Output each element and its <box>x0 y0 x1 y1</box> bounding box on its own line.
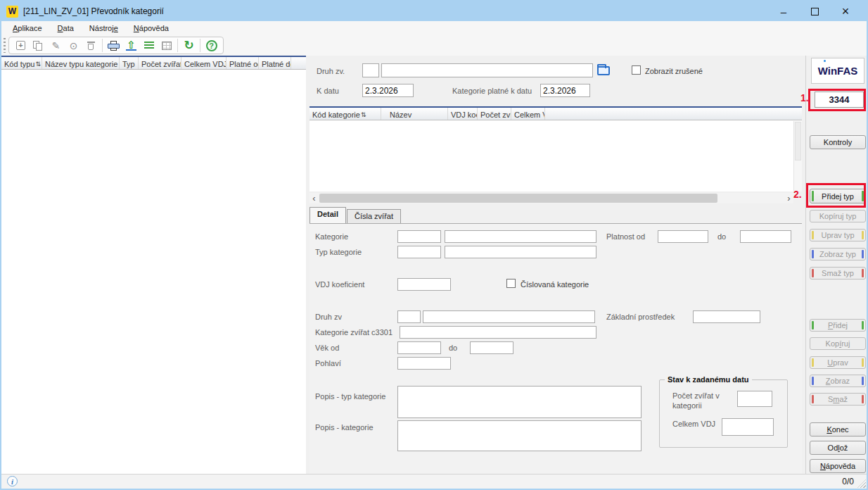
druh-zv-detail-name-input[interactable] <box>423 310 595 323</box>
column-header-nazev-typu[interactable]: Název typu kategorie <box>42 57 120 69</box>
kopiruj-button[interactable]: Kopíruj <box>810 337 866 350</box>
horizontal-scrollbar[interactable]: ‹ › <box>309 193 793 203</box>
maximize-button[interactable] <box>799 1 830 21</box>
question-mark-icon: ? <box>206 40 217 51</box>
column-header-kod-typu[interactable]: Kód typu⇅ <box>1 57 42 69</box>
scrollbar-thumb[interactable] <box>795 122 801 161</box>
napoveda-button[interactable]: Nápověda <box>810 459 866 473</box>
smaz-typ-button[interactable]: Smaž typ <box>810 267 866 279</box>
toolbar-group: + ✎ ⊙ ⇧ ↻ ? <box>8 37 224 54</box>
zakladni-prostredek-input[interactable] <box>693 310 760 323</box>
table-view-icon[interactable] <box>158 38 175 53</box>
tab-detail[interactable]: Detail <box>309 207 346 223</box>
druh-zv-label: Druh zv. <box>317 67 345 75</box>
menu-data[interactable]: Data <box>50 22 82 34</box>
k-datu-input[interactable] <box>362 84 414 97</box>
cislovana-kategorie-checkbox[interactable] <box>506 279 516 288</box>
scroll-left-arrow[interactable]: ‹ <box>309 194 319 203</box>
pohlavi-input[interactable] <box>397 357 451 370</box>
category-table-body[interactable] <box>309 120 802 191</box>
druh-zv-code-input[interactable] <box>362 63 379 77</box>
vdj-koeficient-input[interactable] <box>397 278 451 291</box>
type-table-body[interactable] <box>1 70 306 474</box>
scrollbar-thumb[interactable] <box>319 194 717 203</box>
column-header-typ[interactable]: Typ <box>120 57 139 69</box>
column-header-pocet-zvirat[interactable]: Počet zvířat <box>139 57 181 69</box>
pocet-zvirat-value-input[interactable] <box>737 391 772 407</box>
folder-open-icon[interactable] <box>597 66 610 75</box>
zobraz-typ-button[interactable]: Zobraz typ <box>810 248 866 260</box>
toolbar: + ✎ ⊙ ⇧ ↻ ? <box>1 35 867 56</box>
menu-napoveda[interactable]: Nápověda <box>126 22 177 34</box>
menu-bar: Aplikace Data Nástroje Nápověda <box>1 21 867 35</box>
category-table-vertical-scrollbar[interactable] <box>793 121 802 191</box>
odloz-button[interactable]: Odlož <box>810 441 866 455</box>
uprav-button[interactable]: Uprav <box>810 356 866 369</box>
help-icon-button[interactable]: ? <box>203 38 220 53</box>
print-icon[interactable] <box>105 38 122 53</box>
popis-typ-textarea[interactable] <box>397 386 642 418</box>
new-record-icon[interactable]: + <box>12 38 30 53</box>
kategorie-code-input[interactable] <box>397 230 441 243</box>
kategorie-name-input[interactable] <box>445 230 596 243</box>
copy-record-icon[interactable] <box>30 38 47 53</box>
druh-zv-name-input[interactable] <box>381 63 593 77</box>
typ-kategorie-name-input[interactable] <box>445 246 596 258</box>
column-header-nazev[interactable]: Název <box>381 108 448 120</box>
vek-od-input[interactable] <box>397 341 441 354</box>
kategorie-platne-input[interactable] <box>540 84 590 97</box>
celkem-vdj-value-input[interactable] <box>722 418 774 436</box>
platnost-od-input[interactable] <box>658 230 708 243</box>
typ-kategorie-code-input[interactable] <box>397 246 441 258</box>
column-header-platne-od[interactable]: Platné od <box>226 57 259 69</box>
column-header-celkem-vdj[interactable]: Celkem VDJ <box>181 57 226 69</box>
column-header-filler <box>545 108 802 120</box>
delete-record-icon[interactable] <box>82 38 100 53</box>
refresh-icon: ↻ <box>184 40 193 51</box>
view-record-icon[interactable]: ⊙ <box>65 38 82 53</box>
minimize-button[interactable]: – <box>768 1 799 21</box>
pridej-typ-button[interactable]: Přidej typ <box>810 189 866 203</box>
sort-icon: ⇅ <box>361 111 366 118</box>
column-header-vdj-koef[interactable]: VDJ koef. <box>448 108 478 120</box>
pocet-zvirat-label-line2: kategorii <box>672 401 702 410</box>
record-count: 0/0 <box>842 477 854 486</box>
toolbar-grip[interactable] <box>4 38 6 53</box>
vek-od-label: Věk od <box>315 344 339 352</box>
popis-kategorie-textarea[interactable] <box>397 420 642 451</box>
column-header-filler <box>291 57 306 69</box>
zobraz-button[interactable]: Zobraz <box>810 375 866 387</box>
column-header-kod-kategorie[interactable]: Kód kategorie⇅ <box>309 108 381 120</box>
column-header-platne-do[interactable]: Platné do <box>259 57 291 69</box>
platnost-do-input[interactable] <box>740 230 791 243</box>
resize-grip[interactable] <box>857 479 866 488</box>
scroll-right-arrow[interactable]: › <box>784 194 793 203</box>
uprav-typ-button[interactable]: Uprav typ <box>810 229 866 241</box>
menu-nastroje[interactable]: Nástroje <box>82 22 126 34</box>
kontroly-button[interactable]: Kontroly <box>810 135 866 149</box>
pridej-button[interactable]: Přidej <box>810 319 866 332</box>
kopiruj-typ-button[interactable]: Kopíruj typ <box>810 210 866 222</box>
k-datu-label: K datu <box>317 87 339 95</box>
edit-record-icon[interactable]: ✎ <box>47 38 65 53</box>
kategorie-zvirat-input[interactable] <box>400 326 596 339</box>
column-header-celkem-vdj[interactable]: Celkem VDJ <box>511 108 545 120</box>
tab-cisla-zvirat[interactable]: Čísla zvířat <box>347 209 401 223</box>
smaz-button[interactable]: Smaž <box>810 393 866 406</box>
category-table-header: Kód kategorie⇅ Název VDJ koef. Počet zví… <box>309 108 802 120</box>
menu-aplikace[interactable]: Aplikace <box>5 22 50 34</box>
druh-zv-detail-code-input[interactable] <box>397 310 421 323</box>
zobrazit-zrusene-checkbox[interactable] <box>632 65 641 75</box>
task-number-field[interactable]: 3344 <box>815 92 864 108</box>
kategorie-zvirat-label: Kategorie zvířat c3301 <box>315 328 392 337</box>
list-view-icon[interactable] <box>140 38 158 53</box>
konec-button[interactable]: Konec <box>810 422 866 436</box>
column-header-pocet-zvirat[interactable]: Počet zvířat <box>478 108 511 120</box>
close-button[interactable]: × <box>830 1 861 21</box>
type-table: Kód typu⇅ Název typu kategorie Typ Počet… <box>1 56 306 474</box>
detail-tabs: Detail Čísla zvířat <box>309 207 402 223</box>
platnost-do-label: do <box>717 232 726 241</box>
refresh-icon-button[interactable]: ↻ <box>180 38 198 53</box>
export-icon[interactable]: ⇧ <box>122 38 140 53</box>
vek-do-input[interactable] <box>470 341 513 354</box>
